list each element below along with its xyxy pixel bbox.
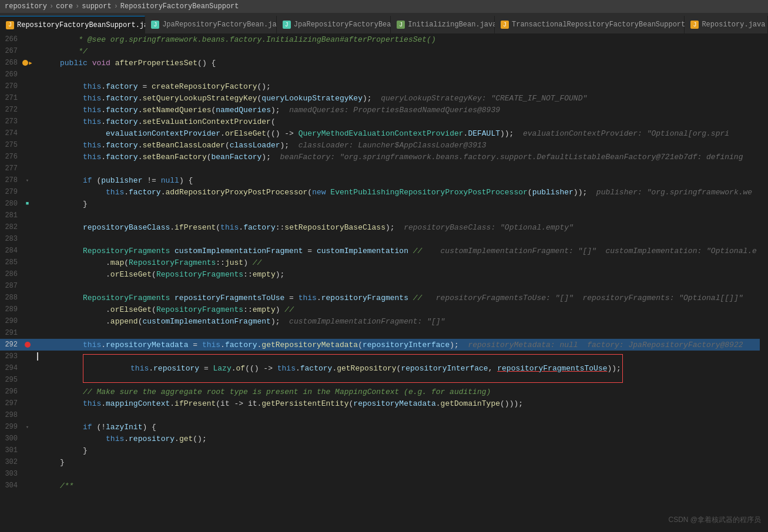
tab-icon-2: J — [151, 21, 159, 29]
tab-label-5: TransactionalRepositoryFactoryBeanSuppor… — [512, 21, 706, 29]
code-line-300: this.repository.get(); — [32, 433, 760, 445]
watermark: CSDN @拿着核武器的程序员 — [668, 515, 761, 525]
code-line-276: this.factory.setBeanFactory(beanFactory)… — [32, 151, 760, 163]
code-line-290: .append(customImplementationFragment); c… — [32, 315, 760, 327]
gutter-row-285: 285 — [0, 257, 32, 268]
breadcrumb: repository › core › support › Repository… — [5, 2, 239, 11]
gutter-row-295: 295 — [0, 374, 32, 386]
code-line-270: this.factory = createRepositoryFactory()… — [32, 80, 760, 92]
fold-icon-278[interactable]: ▾ — [26, 177, 29, 184]
tab-label-4: InitializingBean.java — [408, 21, 497, 29]
code-line-269 — [32, 69, 760, 80]
scrollbar[interactable] — [760, 33, 768, 532]
line-gutter: 266 267 268 ▶ 269 — [0, 33, 32, 532]
fold-icon-299[interactable]: ▾ — [26, 424, 29, 430]
code-line-301: } — [32, 445, 760, 456]
code-line-291 — [32, 327, 760, 339]
code-line-273: this.factory.setEvaluationContextProvide… — [32, 116, 760, 127]
code-line-272: this.factory.setNamedQueries(namedQuerie… — [32, 104, 760, 116]
gutter-row-290: 290 — [0, 315, 32, 327]
tab-jpa-repo-factory[interactable]: J JpaRepositoryFactoryBean × — [277, 16, 391, 33]
tab-label-1: RepositoryFactoryBeanSupport.java — [17, 21, 157, 29]
gutter-row-304: 304 — [0, 480, 32, 491]
code-line-302: } — [32, 456, 760, 468]
gutter-row-287: 287 — [0, 280, 32, 292]
tab-initializing-bean[interactable]: J InitializingBean.java × — [391, 16, 495, 33]
code-line-304: /** — [32, 480, 760, 491]
gutter-row-277: 277 — [0, 163, 32, 174]
gutter-row-278: 278 ▾ — [0, 174, 32, 186]
gutter-row-303: 303 — [0, 468, 32, 480]
code-line-294: this.repository = Lazy.of(() -> this.fac… — [32, 362, 760, 374]
code-line-279: this.factory.addRepositoryProxyPostProce… — [32, 186, 760, 198]
gutter-row-289: 289 — [0, 304, 32, 315]
tab-repository[interactable]: J Repository.java × — [685, 16, 768, 33]
gutter-row-280: 280 ■ — [0, 198, 32, 210]
breakpoint-icon-268[interactable]: ▶ — [22, 60, 32, 66]
tab-icon-6: J — [690, 21, 699, 29]
gutter-row-274: 274 — [0, 127, 32, 139]
gutter-row-296: 296 — [0, 386, 32, 398]
breadcrumb-item-repo[interactable]: repository — [5, 2, 47, 11]
gutter-row-292: 292 — [0, 339, 32, 351]
code-line-298 — [32, 409, 760, 421]
tab-icon-5: J — [501, 21, 509, 29]
code-line-295 — [32, 374, 760, 386]
code-line-281 — [32, 210, 760, 221]
gutter-row-272: 272 — [0, 104, 32, 116]
code-line-267: */ — [32, 45, 760, 57]
code-line-289: .orElseGet(RepositoryFragments::empty) /… — [32, 304, 760, 315]
gutter-row-267: 267 — [0, 45, 32, 57]
gutter-row-269: 269 — [0, 69, 32, 80]
code-line-283 — [32, 233, 760, 245]
gutter-row-288: 288 — [0, 292, 32, 304]
gutter-row-266: 266 — [0, 33, 32, 45]
code-line-282: repositoryBaseClass.ifPresent(this.facto… — [32, 221, 760, 233]
breadcrumb-item-file[interactable]: RepositoryFactoryBeanSupport — [120, 2, 239, 11]
breakpoint-icon-292[interactable] — [25, 342, 31, 348]
breadcrumb-item-core[interactable]: core — [56, 2, 73, 11]
code-line-286: .orElseGet(RepositoryFragments::empty); — [32, 268, 760, 280]
gutter-row-302: 302 — [0, 456, 32, 468]
code-line-285: .map(RepositoryFragments::just) // — [32, 257, 760, 268]
gutter-row-279: 279 — [0, 186, 32, 198]
tab-jpa-repo-factory-bean[interactable]: J JpaRepositoryFactoryBean.java × — [145, 16, 277, 33]
code-line-297: this.mappingContext.ifPresent(it -> it.g… — [32, 398, 760, 409]
editor-area: 266 267 268 ▶ 269 — [0, 33, 768, 532]
bookmark-icon-280: ■ — [26, 201, 29, 207]
code-line-280: } — [32, 198, 760, 210]
code-line-271: this.factory.setQueryLookupStrategyKey(q… — [32, 92, 760, 104]
tab-label-6: Repository.java — [702, 21, 765, 29]
gutter-row-284: 284 — [0, 245, 32, 257]
code-editor[interactable]: * @see org.springframework.beans.factory… — [32, 33, 760, 532]
code-line-303 — [32, 468, 760, 480]
tab-repo-factory-bean-support[interactable]: J RepositoryFactoryBeanSupport.java × — [0, 16, 145, 33]
title-bar: repository › core › support › Repository… — [0, 0, 768, 13]
tab-icon-1: J — [6, 21, 14, 29]
code-line-292: this.repositoryMetadata = this.factory.g… — [32, 339, 760, 351]
gutter-row-294: 294 — [0, 362, 32, 374]
gutter-row-291: 291 — [0, 327, 32, 339]
gutter-row-299: 299 ▾ — [0, 421, 32, 433]
gutter-row-271: 271 — [0, 92, 32, 104]
tab-transactional-repo-factory[interactable]: J TransactionalRepositoryFactoryBeanSupp… — [495, 16, 685, 33]
gutter-row-276: 276 — [0, 151, 32, 163]
code-line-299: if (!lazyInit) { — [32, 421, 760, 433]
code-line-277 — [32, 163, 760, 174]
gutter-row-282: 282 — [0, 221, 32, 233]
breadcrumb-item-support[interactable]: support — [82, 2, 111, 11]
code-line-266: * @see org.springframework.beans.factory… — [32, 33, 760, 45]
code-line-284: RepositoryFragments customImplementation… — [32, 245, 760, 257]
tab-icon-3: J — [283, 21, 291, 29]
gutter-row-301: 301 — [0, 445, 32, 456]
gutter-row-298: 298 — [0, 409, 32, 421]
gutter-row-275: 275 — [0, 139, 32, 151]
tab-label-3: JpaRepositoryFactoryBean — [294, 21, 395, 29]
code-line-296: // Make sure the aggregate root type is … — [32, 386, 760, 398]
gutter-row-286: 286 — [0, 268, 32, 280]
code-line-275: this.factory.setBeanClassLoader(classLoa… — [32, 139, 760, 151]
gutter-row-300: 300 — [0, 433, 32, 445]
tab-bar: J RepositoryFactoryBeanSupport.java × J … — [0, 13, 768, 33]
code-line-288: RepositoryFragments repositoryFragmentsT… — [32, 292, 760, 304]
gutter-row-297: 297 — [0, 398, 32, 409]
